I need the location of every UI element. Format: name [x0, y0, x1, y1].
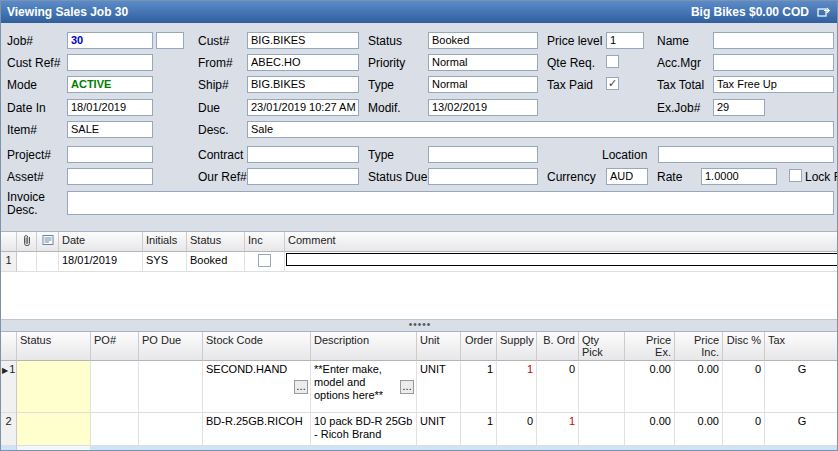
our-ref-field[interactable]	[247, 168, 359, 185]
comment-attachment-cell[interactable]	[17, 252, 37, 272]
line-2-status-cell[interactable]	[17, 413, 91, 446]
line-2-description-cell[interactable]: 10 pack BD-R 25Gb - Ricoh Brand	[311, 413, 417, 446]
line-3-status-cell[interactable]: Booked	[17, 446, 91, 451]
line-3-b-ord-cell[interactable]: 1	[537, 446, 579, 451]
item-field[interactable]: SALE	[67, 121, 153, 138]
line-3-po-due-cell[interactable]: 08/09/2021	[139, 446, 203, 451]
status-field[interactable]: Booked	[428, 32, 538, 49]
from-label: From#	[198, 56, 233, 70]
status-due-field[interactable]	[428, 168, 538, 185]
modif-field[interactable]: 13/02/2019	[428, 99, 538, 116]
comment-row-number[interactable]: 1	[1, 252, 17, 272]
line-3-disc-cell[interactable]: 0	[723, 446, 765, 451]
line-1-po-due-cell[interactable]	[139, 361, 203, 413]
inc-checkbox[interactable]	[258, 254, 271, 267]
line-1-supply-cell[interactable]: 1	[497, 361, 537, 413]
job-suffix-field[interactable]	[156, 32, 184, 49]
job-number-field[interactable]: 30	[67, 32, 153, 49]
contract-label: Contract	[198, 148, 243, 162]
line-3-stock-code-cell[interactable]: CONTRACTOR	[203, 446, 311, 451]
cust-ref-field[interactable]	[67, 54, 153, 71]
line-2-disc-cell[interactable]: 0	[723, 413, 765, 446]
comment-initials-cell[interactable]: SYS	[143, 252, 187, 272]
line-3-order-cell[interactable]: 1	[461, 446, 497, 451]
line-3-tax-cell[interactable]: G	[765, 446, 838, 451]
line-1-stock-code-cell[interactable]: SECOND.HAND…	[203, 361, 311, 413]
line-2-unit-cell[interactable]: UNIT	[417, 413, 461, 446]
mode-field[interactable]: ACTIVE	[67, 76, 153, 93]
line-3-price-inc-cell[interactable]: 0.00	[675, 446, 723, 451]
lines-header-description: Description	[311, 332, 417, 361]
from-field[interactable]: ABEC.HO	[247, 54, 359, 71]
line-1-disc-cell[interactable]: 0	[723, 361, 765, 413]
description-edit-button[interactable]: …	[400, 380, 414, 394]
desc-field[interactable]: Sale	[247, 121, 834, 138]
rate-field[interactable]: 1.0000	[701, 168, 777, 185]
splitter-dots: •••••	[409, 319, 432, 330]
line-2-tax-cell[interactable]: G	[765, 413, 838, 446]
comment-editor[interactable]	[286, 253, 838, 266]
priority-field[interactable]: Normal	[428, 54, 538, 71]
our-ref-label: Our Ref#	[198, 170, 247, 184]
line-2-price-ex-cell[interactable]: 0.00	[625, 413, 675, 446]
line-1-description-cell[interactable]: **Enter make, model and options here**…	[311, 361, 417, 413]
currency-field[interactable]: AUD	[606, 168, 648, 185]
acc-mgr-field[interactable]	[713, 54, 834, 71]
line-1-order-cell[interactable]: 1	[461, 361, 497, 413]
cust-label: Cust#	[198, 34, 229, 48]
line-1-qty-pick-cell[interactable]	[579, 361, 625, 413]
comment-cell	[285, 252, 838, 272]
line-3-qty-pick-cell[interactable]	[579, 446, 625, 451]
lines-header-order: Order	[461, 332, 497, 361]
invoice-desc-field[interactable]	[67, 191, 834, 215]
tax-total-field[interactable]: Tax Free Up	[713, 76, 834, 93]
lock-rate-checkbox[interactable]	[789, 169, 802, 182]
line-2-stock-code-cell[interactable]: BD-R.25GB.RICOH	[203, 413, 311, 446]
line-3-description-cell[interactable]: Assemble bike	[311, 446, 417, 451]
project-field[interactable]	[67, 146, 153, 163]
name-label: Name	[657, 34, 689, 48]
popout-icon[interactable]	[817, 6, 831, 18]
cust-field[interactable]: BIG.BIKES	[247, 32, 359, 49]
line-1-po-cell[interactable]	[91, 361, 139, 413]
line-2-b-ord-cell[interactable]: 1	[537, 413, 579, 446]
asset-field[interactable]	[67, 168, 153, 185]
date-in-field[interactable]: 18/01/2019	[67, 99, 153, 116]
comment-note-cell[interactable]	[37, 252, 59, 272]
line-2-po-cell[interactable]	[91, 413, 139, 446]
line-3-price-ex-cell[interactable]: 0.00	[625, 446, 675, 451]
line-row-2-selector[interactable]: 2	[1, 413, 17, 446]
line-3-po-cell[interactable]: 48	[91, 446, 139, 451]
line-1-tax-cell[interactable]: G	[765, 361, 838, 413]
stock-lookup-button[interactable]: …	[294, 380, 308, 394]
line-2-price-inc-cell[interactable]: 0.00	[675, 413, 723, 446]
line-row-3-selector[interactable]: 3	[1, 446, 17, 451]
comment-date-cell[interactable]: 18/01/2019	[59, 252, 143, 272]
line-3-unit-cell[interactable]: UNIT	[417, 446, 461, 451]
line-1-price-ex-cell[interactable]: 0.00	[625, 361, 675, 413]
line-2-supply-cell[interactable]: 0	[497, 413, 537, 446]
line-2-po-due-cell[interactable]	[139, 413, 203, 446]
line-2-qty-pick-cell[interactable]	[579, 413, 625, 446]
ex-job-field[interactable]: 29	[713, 99, 765, 116]
due-field[interactable]: 23/01/2019 10:27 AM	[247, 99, 359, 116]
splitter-handle[interactable]: •••••	[1, 319, 838, 331]
line-1-unit-cell[interactable]: UNIT	[417, 361, 461, 413]
price-level-field[interactable]: 1	[606, 32, 644, 49]
line-3-supply-cell[interactable]: 0	[497, 446, 537, 451]
contract-field[interactable]	[247, 146, 359, 163]
type2-field[interactable]	[428, 146, 538, 163]
tax-paid-checkbox[interactable]: ✓	[606, 77, 619, 90]
line-row-1-selector[interactable]: ▶1	[1, 361, 17, 413]
line-1-price-inc-cell[interactable]: 0.00	[675, 361, 723, 413]
line-2-order-cell[interactable]: 1	[461, 413, 497, 446]
line-1-b-ord-cell[interactable]: 0	[537, 361, 579, 413]
ship-field[interactable]: BIG.BIKES	[247, 76, 359, 93]
type-field[interactable]: Normal	[428, 76, 538, 93]
location-field[interactable]	[658, 146, 834, 163]
line-1-status-cell[interactable]	[17, 361, 91, 413]
invoice-desc-label: Invoice Desc.	[7, 191, 63, 217]
qte-req-checkbox[interactable]	[606, 55, 619, 68]
comment-status-cell[interactable]: Booked	[187, 252, 245, 272]
name-field[interactable]	[713, 32, 834, 49]
